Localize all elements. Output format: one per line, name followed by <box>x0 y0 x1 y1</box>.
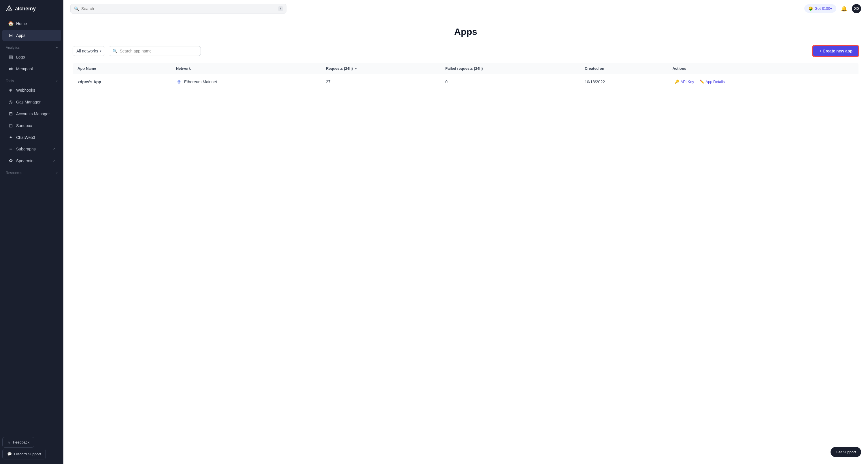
tools-section-label: Tools <box>6 79 14 83</box>
tools-chevron-icon: ▾ <box>56 80 58 83</box>
chatweb3-icon: ✦ <box>8 134 13 140</box>
get-bonus-button[interactable]: 🤑 Get $100+ <box>804 4 836 13</box>
logs-icon: ▤ <box>8 54 13 60</box>
sidebar-item-subgraphs-label: Subgraphs <box>16 147 36 151</box>
gas-manager-icon: ◎ <box>8 99 13 104</box>
global-search-box[interactable]: 🔍 / <box>70 4 286 13</box>
sidebar-item-chatweb3-label: ChatWeb3 <box>16 135 35 140</box>
get-bonus-label: Get $100+ <box>815 6 832 11</box>
discord-support-label: Discord Support <box>14 452 41 456</box>
col-actions: Actions <box>668 63 859 74</box>
spearmint-external-icon: ↗ <box>53 159 55 162</box>
subgraphs-icon: ≡ <box>8 146 13 152</box>
create-btn-label: + Create new app <box>819 49 852 53</box>
alchemy-logo-icon <box>6 5 13 12</box>
analytics-section-label: Analytics <box>6 45 20 50</box>
table-body: xdpcs's App Ethereum Mainnet 27 0 10/18/… <box>73 74 859 89</box>
brand-logo[interactable]: alchemy <box>0 0 63 17</box>
sidebar-item-subgraphs[interactable]: ≡ Subgraphs ↗ <box>2 144 61 154</box>
cell-network-name: Ethereum Mainnet <box>184 80 217 84</box>
app-details-button[interactable]: ✏️ App Details <box>698 79 727 85</box>
cell-network: Ethereum Mainnet <box>172 74 321 89</box>
table-row: xdpcs's App Ethereum Mainnet 27 0 10/18/… <box>73 74 859 89</box>
notifications-button[interactable]: 🔔 <box>840 4 848 13</box>
main-area: 🔍 / 🤑 Get $100+ 🔔 XD Apps All networks ▾ <box>63 0 868 464</box>
resources-section-header[interactable]: Resources ▾ <box>0 168 63 176</box>
webhooks-icon: ⎈ <box>8 88 13 93</box>
bell-icon: 🔔 <box>841 6 847 11</box>
sidebar-item-spearmint[interactable]: ✿ Spearmint ↗ <box>2 155 61 166</box>
discord-support-button[interactable]: 💬 Discord Support <box>2 449 46 459</box>
ethereum-icon <box>176 79 182 85</box>
col-app-name: App Name <box>73 63 172 74</box>
sidebar-item-gas-manager-label: Gas Manager <box>16 100 41 104</box>
sidebar-item-mempool[interactable]: ⇄ Mempool <box>2 63 61 74</box>
app-search-icon: 🔍 <box>113 49 117 53</box>
col-network: Network <box>172 63 321 74</box>
search-slash-hint: / <box>278 6 283 11</box>
analytics-section-header[interactable]: Analytics ▾ <box>0 43 63 51</box>
sidebar-item-chatweb3[interactable]: ✦ ChatWeb3 <box>2 132 61 143</box>
sidebar-item-accounts-manager[interactable]: ⊟ Accounts Manager <box>2 108 61 119</box>
subgraphs-external-icon: ↗ <box>53 147 55 151</box>
svg-marker-2 <box>179 80 181 83</box>
resources-section-label: Resources <box>6 171 22 175</box>
cell-actions: 🔑 API Key ✏️ App Details <box>668 74 859 89</box>
search-icon: 🔍 <box>74 6 79 11</box>
spearmint-icon: ✿ <box>8 158 13 163</box>
app-search-box[interactable]: 🔍 <box>108 46 201 56</box>
search-input[interactable] <box>81 6 276 11</box>
sidebar-item-sandbox-label: Sandbox <box>16 123 32 128</box>
sidebar-navigation: 🏠 Home ⊞ Apps Analytics ▾ ▤ Logs ⇄ Mempo… <box>0 17 63 432</box>
sidebar-item-mempool-label: Mempool <box>16 67 33 71</box>
accounts-manager-icon: ⊟ <box>8 111 13 117</box>
sidebar-item-accounts-manager-label: Accounts Manager <box>16 112 50 116</box>
create-new-app-button[interactable]: + Create new app <box>813 45 859 57</box>
api-key-button[interactable]: 🔑 API Key <box>672 79 696 85</box>
avatar-initials: XD <box>854 7 859 11</box>
get-support-button[interactable]: Get Support <box>831 447 861 457</box>
col-requests[interactable]: Requests (24h) ▾ <box>321 63 441 74</box>
col-created-on: Created on <box>580 63 668 74</box>
key-icon: 🔑 <box>675 80 679 84</box>
cell-app-name: xdpcs's App <box>73 74 172 89</box>
app-search-input[interactable] <box>120 49 197 53</box>
sidebar-item-apps[interactable]: ⊞ Apps <box>2 30 61 41</box>
sidebar-item-gas-manager[interactable]: ◎ Gas Manager <box>2 96 61 107</box>
sidebar-item-apps-label: Apps <box>16 33 25 38</box>
apps-icon: ⊞ <box>8 33 13 38</box>
feedback-label: Feedback <box>13 440 29 444</box>
resources-chevron-icon: ▾ <box>56 172 58 175</box>
cell-created-on: 10/18/2022 <box>580 74 668 89</box>
sidebar-item-logs[interactable]: ▤ Logs <box>2 51 61 63</box>
feedback-button[interactable]: ☆ Feedback <box>2 437 34 447</box>
sidebar-item-webhooks[interactable]: ⎈ Webhooks <box>2 85 61 96</box>
user-avatar-button[interactable]: XD <box>852 4 861 13</box>
analytics-chevron-icon: ▾ <box>56 46 58 49</box>
tools-section-header[interactable]: Tools ▾ <box>0 77 63 84</box>
mempool-icon: ⇄ <box>8 66 13 71</box>
sidebar-item-logs-label: Logs <box>16 55 25 59</box>
sidebar-item-home-label: Home <box>16 21 27 26</box>
table-controls: All networks ▾ 🔍 + Create new app <box>73 45 859 57</box>
sidebar-item-sandbox[interactable]: ◻ Sandbox <box>2 120 61 131</box>
discord-icon: 💬 <box>7 452 12 456</box>
cell-requests: 27 <box>321 74 441 89</box>
sidebar-item-home[interactable]: 🏠 Home <box>2 18 61 29</box>
brand-name: alchemy <box>15 6 36 12</box>
table-header: App Name Network Requests (24h) ▾ Failed… <box>73 63 859 74</box>
network-filter-label: All networks <box>76 49 98 53</box>
page-title: Apps <box>73 27 859 37</box>
edit-icon: ✏️ <box>700 80 704 84</box>
home-icon: 🏠 <box>8 21 13 26</box>
svg-marker-3 <box>177 80 179 83</box>
topbar: 🔍 / 🤑 Get $100+ 🔔 XD <box>63 0 868 17</box>
network-dropdown-chevron-icon: ▾ <box>100 49 101 53</box>
sidebar-item-webhooks-label: Webhooks <box>16 88 35 93</box>
sandbox-icon: ◻ <box>8 123 13 128</box>
bonus-emoji-icon: 🤑 <box>808 6 813 11</box>
get-support-label: Get Support <box>836 450 856 454</box>
star-icon: ☆ <box>7 440 11 444</box>
apps-table: App Name Network Requests (24h) ▾ Failed… <box>73 63 859 89</box>
network-filter-dropdown[interactable]: All networks ▾ <box>73 46 105 56</box>
